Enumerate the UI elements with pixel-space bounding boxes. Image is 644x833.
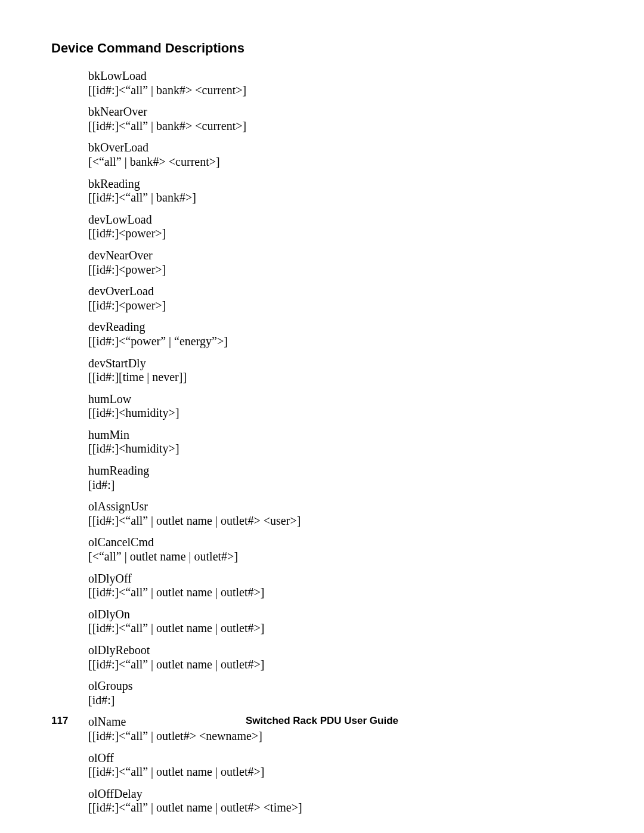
command-block: olGroups [id#:] [88,679,593,707]
footer-title: Switched Rack PDU User Guide [51,715,593,727]
command-args: [[id#:]<“power” | “energy”>] [88,335,593,349]
command-args: [<“all” | bank#> <current>] [88,155,593,169]
command-block: olCancelCmd [<“all” | outlet name | outl… [88,535,593,563]
command-args: [id#:] [88,693,593,708]
command-name: devStartDly [88,357,593,371]
command-block: bkOverLoad [<“all” | bank#> <current>] [88,141,593,169]
command-block: olOffDelay [[id#:]<“all” | outlet name |… [88,787,593,815]
command-name: olCancelCmd [88,535,593,550]
command-args: [[id#:]<power>] [88,299,593,313]
command-name: olGroups [88,679,593,693]
command-name: humMin [88,428,593,442]
command-name: olDlyOn [88,608,593,622]
command-name: humLow [88,392,593,407]
command-block: humReading [id#:] [88,464,593,492]
command-name: devOverLoad [88,284,593,299]
command-block: olAssignUsr [[id#:]<“all” | outlet name … [88,500,593,528]
command-block: devStartDly [[id#:][time | never]] [88,357,593,385]
command-list: bkLowLoad [[id#:]<“all” | bank#> <curren… [88,69,593,815]
command-args: [[id#:]<“all” | outlet name | outlet#> <… [88,514,593,528]
command-args: [[id#:]<“all” | bank#> <current>] [88,119,593,134]
command-name: devNearOver [88,249,593,263]
command-args: [[id#:]<“all” | outlet name | outlet#>] [88,586,593,600]
command-args: [[id#:]<humidity>] [88,406,593,420]
command-block: olDlyReboot [[id#:]<“all” | outlet name … [88,643,593,671]
section-heading: Device Command Descriptions [51,41,593,56]
command-args: [[id#:]<power>] [88,263,593,277]
command-block: olDlyOff [[id#:]<“all” | outlet name | o… [88,572,593,600]
command-args: [id#:] [88,478,593,493]
command-args: [[id#:]<“all” | outlet#> <newname>] [88,729,593,744]
command-block: devOverLoad [[id#:]<power>] [88,284,593,312]
command-args: [<“all” | outlet name | outlet#>] [88,550,593,564]
command-block: devLowLoad [[id#:]<power>] [88,213,593,241]
command-name: olAssignUsr [88,500,593,514]
command-args: [[id#:][time | never]] [88,370,593,385]
command-name: humReading [88,464,593,478]
command-args: [[id#:]<humidity>] [88,442,593,456]
command-args: [[id#:]<“all” | outlet name | outlet#>] [88,621,593,636]
command-name: bkOverLoad [88,141,593,155]
command-name: olOff [88,751,593,766]
command-args: [[id#:]<power>] [88,227,593,241]
document-page: Device Command Descriptions bkLowLoad [[… [0,0,644,833]
command-block: humMin [[id#:]<humidity>] [88,428,593,456]
command-name: bkReading [88,177,593,191]
page-footer: 117 Switched Rack PDU User Guide [51,715,593,727]
command-block: bkNearOver [[id#:]<“all” | bank#> <curre… [88,105,593,133]
command-args: [[id#:]<“all” | bank#> <current>] [88,83,593,98]
command-args: [[id#:]<“all” | outlet name | outlet#>] [88,658,593,672]
command-name: bkLowLoad [88,69,593,83]
command-name: devLowLoad [88,213,593,227]
command-args: [[id#:]<“all” | bank#>] [88,191,593,205]
page-number: 117 [51,715,68,727]
command-args: [[id#:]<“all” | outlet name | outlet#> <… [88,801,593,815]
command-name: bkNearOver [88,105,593,119]
command-block: olDlyOn [[id#:]<“all” | outlet name | ou… [88,608,593,636]
command-args: [[id#:]<“all” | outlet name | outlet#>] [88,765,593,779]
command-block: devReading [[id#:]<“power” | “energy”>] [88,320,593,348]
command-name: olDlyReboot [88,643,593,658]
command-name: devReading [88,320,593,335]
command-block: bkLowLoad [[id#:]<“all” | bank#> <curren… [88,69,593,97]
command-block: olOff [[id#:]<“all” | outlet name | outl… [88,751,593,779]
command-block: devNearOver [[id#:]<power>] [88,249,593,277]
command-block: humLow [[id#:]<humidity>] [88,392,593,420]
command-name: olDlyOff [88,572,593,586]
command-block: bkReading [[id#:]<“all” | bank#>] [88,177,593,205]
command-name: olOffDelay [88,787,593,801]
